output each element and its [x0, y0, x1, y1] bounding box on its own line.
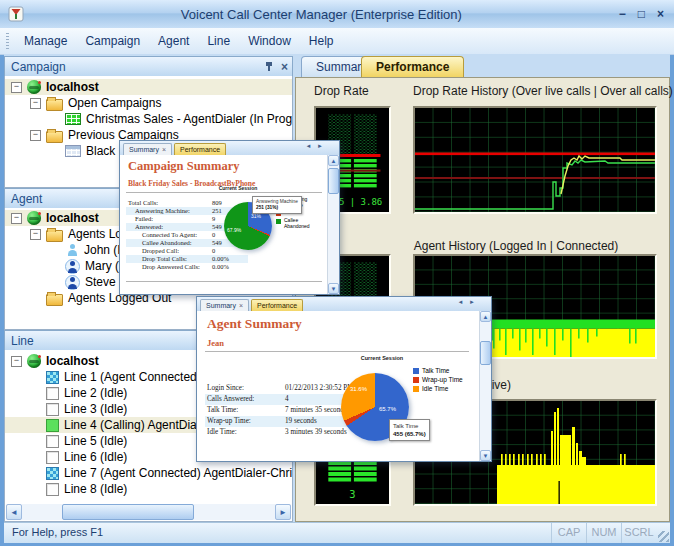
popup-tab-summary[interactable]: Summary×: [200, 299, 249, 311]
popup-tab-performance[interactable]: Performance: [251, 299, 303, 311]
scroll-right-icon[interactable]: ►: [275, 504, 291, 520]
tree-item-line-7-agent-connected-agentdialer-chris[interactable]: Line 7 (Agent Connected) AgentDialer-Chr…: [5, 465, 292, 481]
stat-label: Login Since:: [205, 383, 285, 394]
campaign-summary-popup: Summary×Performance◄ ► Campaign Summary …: [119, 140, 340, 295]
tree-item-open-campaigns[interactable]: −Open Campaigns: [5, 95, 292, 111]
tree-expander-icon[interactable]: −: [30, 130, 41, 141]
stat-row-total-calls: Total Calls:809: [126, 199, 248, 207]
scroll-up-icon[interactable]: ▲: [480, 311, 491, 322]
tree-item-label: Christmas Sales - AgentDialer (In Progre…: [86, 112, 292, 126]
pin-icon[interactable]: [265, 62, 274, 72]
campaign-popup-tab-strip: Summary×Performance◄ ►: [120, 141, 339, 155]
agent-popup-body: Agent Summary Jean Current Session Login…: [197, 311, 491, 461]
tab-scroll-arrows-icon[interactable]: ◄ ►: [305, 143, 325, 149]
drop-rate-label: Drop Rate: [314, 84, 369, 98]
status-indicator-num: NUM: [586, 523, 621, 543]
tree-item-label: Line 5 (Idle): [64, 434, 127, 448]
scroll-down-icon[interactable]: ▼: [328, 283, 339, 294]
folder-icon: [46, 131, 63, 143]
legend-swatch: [413, 368, 419, 374]
stat-label: Drop Total Calls:: [126, 255, 212, 263]
tab-scroll-arrows-icon[interactable]: ◄ ►: [457, 299, 477, 305]
scrollbar-thumb[interactable]: [480, 341, 491, 365]
tree-expander-icon[interactable]: −: [11, 356, 22, 367]
maximize-button[interactable]: □: [638, 7, 645, 21]
stat-label: Calls Answered:: [205, 394, 285, 405]
campaign-done-icon: [65, 145, 81, 157]
pie-slice-label: 67.9%: [227, 227, 241, 233]
agent-summary-subtitle: Jean: [207, 338, 224, 348]
tree-item-label: Open Campaigns: [68, 96, 161, 110]
close-tab-icon[interactable]: ×: [162, 146, 166, 153]
agent-summary-popup: Summary×Performance◄ ► Agent Summary Jea…: [196, 296, 492, 462]
campaign-panel-title: Campaign: [11, 60, 265, 74]
status-indicator-scrl: SCRL: [621, 523, 656, 543]
tree-item-label: Line 6 (Idle): [64, 450, 127, 464]
close-tab-icon[interactable]: ×: [239, 302, 243, 309]
tree-item-localhost[interactable]: −localhost: [5, 79, 292, 95]
stat-label: Connected To Agent:: [126, 231, 212, 239]
tree-expander-icon[interactable]: −: [30, 229, 41, 240]
legend-item-talk-time: Talk Time: [413, 367, 465, 374]
legend-item-callee-abandoned: Callee Abandoned: [276, 218, 318, 229]
tree-expander-icon[interactable]: −: [11, 213, 22, 224]
pie-slice-label: 31.6%: [350, 386, 367, 392]
stat-label: Wrap-up Time:: [205, 416, 285, 427]
pie-slice-label: 65.7%: [379, 406, 396, 412]
agent-popup-tab-strip: Summary×Performance◄ ►: [197, 297, 491, 311]
main-tab-strip: SummaryPerformance: [295, 56, 670, 77]
vertical-scrollbar[interactable]: ▲ ▼: [479, 311, 491, 461]
stat-value: 0.00%: [212, 263, 248, 271]
agent-busy-icon: [65, 275, 80, 290]
menu-item-manage[interactable]: Manage: [15, 29, 76, 54]
stat-label: Dropped Call:: [126, 247, 212, 255]
horizontal-scrollbar[interactable]: ◄ ►: [6, 504, 291, 520]
scroll-left-icon[interactable]: ◄: [6, 504, 22, 520]
vertical-scrollbar[interactable]: ▲ ▼: [327, 155, 339, 294]
pie-tooltip: Talk Time 455 (65.7%): [389, 419, 430, 441]
folder-icon: [46, 294, 63, 306]
status-indicator-cap: CAP: [551, 523, 586, 543]
scrollbar-thumb[interactable]: [328, 168, 339, 194]
menu-item-line[interactable]: Line: [198, 29, 239, 54]
stat-row-drop-total-calls: Drop Total Calls:0.00%: [126, 255, 248, 263]
menu-item-agent[interactable]: Agent: [149, 29, 198, 54]
scroll-up-icon[interactable]: ▲: [328, 155, 339, 166]
tree-item-label: Line 2 (Idle): [64, 386, 127, 400]
session-label: Current Session: [208, 185, 268, 191]
popup-tab-summary[interactable]: Summary×: [123, 143, 172, 155]
menu-item-window[interactable]: Window: [239, 29, 300, 54]
menu-bar: ManageCampaignAgentLineWindowHelp: [0, 28, 674, 55]
agent-history-label: Agent History (Logged In | Connected): [396, 239, 636, 253]
legend-item-idle-time: Idle Time: [413, 385, 465, 392]
legend-swatch: [413, 377, 419, 383]
agent-busy-icon: [65, 259, 80, 274]
close-panel-icon[interactable]: ×: [281, 62, 288, 72]
tree-expander-icon[interactable]: −: [30, 98, 41, 109]
menu-item-campaign[interactable]: Campaign: [76, 29, 149, 54]
campaign-panel-header[interactable]: Campaign ×: [4, 56, 293, 78]
scroll-down-icon[interactable]: ▼: [480, 450, 491, 461]
popup-tab-performance[interactable]: Performance: [174, 143, 226, 155]
line-connected-icon: [46, 371, 59, 384]
line-connected-icon: [46, 467, 59, 480]
title-bar[interactable]: Voicent Call Center Manager (Enterprise …: [0, 0, 674, 29]
resize-grip[interactable]: [658, 531, 669, 542]
server-icon: [27, 211, 41, 225]
stat-label: Failed:: [126, 215, 212, 223]
tree-item-label: Line 3 (Idle): [64, 402, 127, 416]
menu-item-help[interactable]: Help: [300, 29, 343, 54]
legend-label: Callee Abandoned: [284, 218, 318, 229]
menu-grip-handle[interactable]: [6, 33, 9, 49]
stat-label: Idle Time:: [205, 427, 285, 438]
tab-performance[interactable]: Performance: [361, 56, 464, 77]
close-button[interactable]: ×: [657, 7, 664, 21]
line-calling-icon: [46, 419, 59, 432]
legend-item-wrap-up-time: Wrap-up Time: [413, 376, 465, 383]
window-title: Voicent Call Center Manager (Enterprise …: [24, 7, 619, 22]
tree-item-christmas-sales-agentdialer-in-progress[interactable]: Christmas Sales - AgentDialer (In Progre…: [5, 111, 292, 127]
minimize-button[interactable]: −: [619, 7, 626, 21]
tree-item-line-8-idle[interactable]: Line 8 (Idle): [5, 481, 292, 497]
scrollbar-thumb[interactable]: [62, 504, 194, 520]
tree-expander-icon[interactable]: −: [11, 82, 22, 93]
